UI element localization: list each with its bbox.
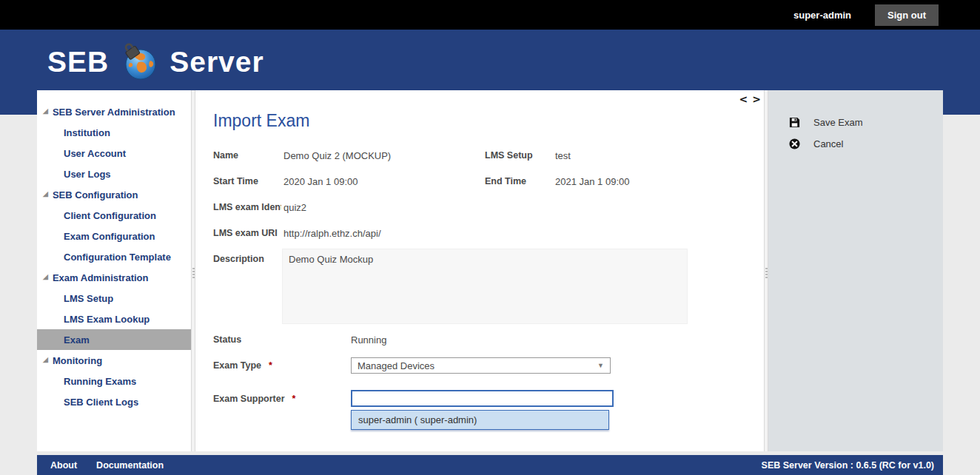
cancel-icon [789,138,800,149]
lms-exam-identifier-value: quiz2 [283,202,306,213]
sidebar-nav: ◢SEB Server Administration Institution U… [37,90,191,412]
cancel-label: Cancel [813,138,843,149]
app-window: super-admin Sign out SEB [0,0,980,475]
exam-supporter-input[interactable] [351,390,614,407]
save-exam-button[interactable]: Save Exam [789,117,862,128]
lms-setup-label: LMS Setup [485,150,533,161]
current-user-label: super-admin [793,10,851,21]
exam-supporter-label: Exam Supporter* [213,394,295,404]
status-label: Status [213,334,241,345]
status-value: Running [351,334,386,346]
save-icon [789,117,800,128]
main-layout: ◢SEB Server Administration Institution U… [37,90,943,451]
save-exam-label: Save Exam [813,117,862,128]
start-time-value: 2020 Jan 1 09:00 [283,176,358,187]
sidebar-item-lms-exam-lookup[interactable]: LMS Exam Lookup [37,309,191,329]
footer-bar: About Documentation SEB Server Version :… [37,455,943,475]
sidebar-item-label: Exam Configuration [64,231,155,242]
sidebar-item-label: SEB Configuration [53,189,138,201]
tree-expander-icon[interactable]: ◢ [43,273,48,280]
tree-expander-icon[interactable]: ◢ [43,107,48,115]
sidebar-item-label: Client Configuration [64,210,156,221]
exam-supporter-dropdown-item[interactable]: super-admin ( super-admin) [351,410,609,430]
required-asterisk: * [269,360,272,371]
sidebar-item-seb-configuration[interactable]: ◢SEB Configuration [37,184,191,205]
collapse-left-icon[interactable]: < [739,94,748,104]
lms-exam-url-value: http://ralph.ethz.ch/api/ [283,228,381,239]
sidebar-item-label: SEB Client Logs [64,397,138,408]
sidebar: ◢SEB Server Administration Institution U… [37,90,191,451]
top-bar: super-admin Sign out [0,0,980,30]
sidebar-item-exam-administration[interactable]: ◢Exam Administration [37,267,191,288]
sidebar-item-user-account[interactable]: User Account [37,143,191,164]
sidebar-item-label: User Account [64,148,126,159]
content-panel: < > Import Exam Name Demo Quiz 2 (MOCKUP… [195,90,764,451]
sidebar-item-exam[interactable]: Exam [37,329,191,350]
globe-lock-logo-icon [121,43,159,81]
name-value: Demo Quiz 2 (MOCKUP) [283,150,391,161]
required-asterisk: * [292,394,296,404]
sidebar-item-monitoring[interactable]: ◢Monitoring [37,350,191,371]
version-label: SEB Server Version : 0.6.5 (RC for v1.0) [762,460,934,471]
sign-out-button[interactable]: Sign out [875,4,939,26]
sidebar-item-label: Exam [64,334,90,346]
sidebar-item-label: User Logs [64,169,111,180]
tree-expander-icon[interactable]: ◢ [43,190,48,198]
end-time-value: 2021 Jan 1 09:00 [555,176,629,187]
pane-nav-arrows: < > [739,94,761,104]
brand-seb-text: SEB [47,46,109,78]
dropdown-arrow-icon: ▼ [597,362,604,369]
tree-expander-icon[interactable]: ◢ [43,356,48,363]
sidebar-item-label: Configuration Template [64,252,171,263]
lms-exam-url-label: LMS exam URI [213,228,278,238]
description-textarea[interactable]: Demo Quiz Mockup [282,249,688,324]
description-label: Description [213,254,264,264]
sidebar-item-seb-server-administration[interactable]: ◢SEB Server Administration [37,101,191,122]
sidebar-item-configuration-template[interactable]: Configuration Template [37,246,191,267]
sidebar-item-exam-configuration[interactable]: Exam Configuration [37,226,191,246]
action-panel: Save Exam Cancel [768,90,943,451]
sidebar-item-institution[interactable]: Institution [37,122,191,143]
cancel-button[interactable]: Cancel [789,138,843,149]
resize-grip-icon [765,268,768,278]
start-time-label: Start Time [213,176,258,186]
sidebar-item-label: Running Exams [64,376,136,387]
expand-right-icon[interactable]: > [752,94,761,104]
brand: SEB Server [47,43,264,81]
sidebar-item-label: SEB Server Administration [53,107,175,118]
end-time-label: End Time [485,176,526,186]
sidebar-item-client-configuration[interactable]: Client Configuration [37,205,191,226]
sidebar-item-label: LMS Exam Lookup [64,314,150,325]
brand-server-text: Server [170,46,264,78]
lms-setup-value: test [555,150,571,161]
sidebar-item-label: Institution [64,127,110,138]
exam-type-selected-value: Managed Devices [358,360,434,371]
lms-exam-identifier-label: LMS exam Identifier [213,202,281,212]
documentation-link[interactable]: Documentation [96,460,164,471]
exam-type-label: Exam Type* [213,360,272,371]
resize-grip-icon [192,268,195,278]
sidebar-item-user-logs[interactable]: User Logs [37,164,191,184]
name-label: Name [213,150,238,161]
sidebar-item-running-exams[interactable]: Running Exams [37,371,191,391]
exam-type-select[interactable]: Managed Devices ▼ [351,357,611,374]
sidebar-item-label: Monitoring [53,355,102,366]
sidebar-item-seb-client-logs[interactable]: SEB Client Logs [37,391,191,412]
sidebar-item-label: Exam Administration [53,272,149,283]
page-title: Import Exam [213,111,309,131]
sidebar-item-lms-setup[interactable]: LMS Setup [37,288,191,309]
sidebar-item-label: LMS Setup [64,293,113,304]
about-link[interactable]: About [50,460,77,471]
